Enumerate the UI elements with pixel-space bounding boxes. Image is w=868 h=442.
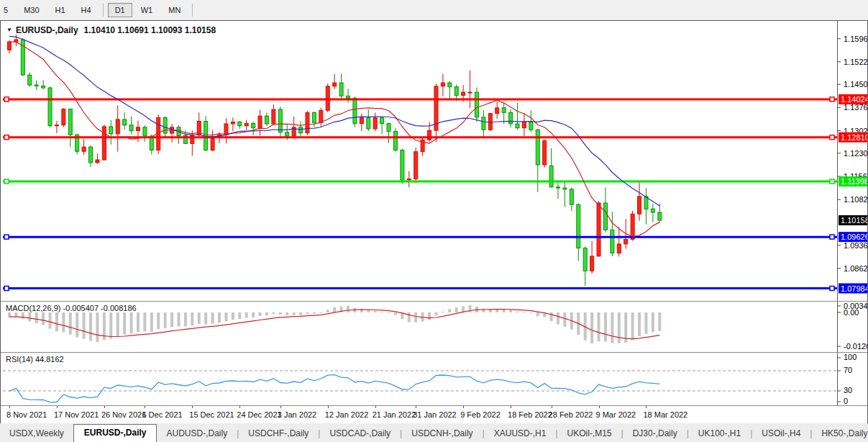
symbol-tab-usdx-weekly[interactable]: USDX,Weekly <box>0 425 73 442</box>
timeframe-button-m30[interactable]: M30 <box>17 3 46 17</box>
macd-histogram-bar <box>448 309 451 312</box>
price-axis-label: 1.15960 <box>844 35 867 43</box>
macd-axis-label: -0.012055 <box>844 342 867 351</box>
candle-body <box>516 124 519 128</box>
macd-histogram-bar <box>313 312 316 314</box>
symbol-tab-xauusd-h1[interactable]: XAUUSD-,H1 <box>485 425 556 442</box>
line-handle[interactable] <box>830 235 834 239</box>
trading-terminal: 5M30H1H4D1W1MN ▼EURUSD-,Daily1.10410 1.1… <box>0 0 868 442</box>
chart-window[interactable]: ▼EURUSD-,Daily1.10410 1.10691 1.10093 1.… <box>0 20 868 424</box>
macd-histogram-bar <box>516 312 519 312</box>
line-handle[interactable] <box>830 135 834 140</box>
macd-histogram-bar <box>380 312 383 312</box>
date-axis-label: 17 Nov 2021 <box>54 410 99 419</box>
line-handle[interactable] <box>830 179 834 184</box>
candle-body <box>14 40 18 42</box>
macd-histogram-bar <box>388 312 390 313</box>
candle-body <box>414 152 418 179</box>
line-handle[interactable] <box>4 287 9 291</box>
macd-histogram-bar <box>455 307 458 312</box>
candle-body <box>658 212 662 220</box>
candle-body <box>624 239 628 244</box>
symbol-tab-dj30-daily[interactable]: DJ30-,Daily <box>623 425 687 442</box>
symbol-tab-eurusd-daily[interactable]: EURUSD-,Daily <box>73 424 157 442</box>
line-handle[interactable] <box>4 135 9 140</box>
candle-body <box>62 109 65 125</box>
price-pane[interactable]: 1.159601.152201.145001.137601.130201.123… <box>1 21 867 301</box>
symbol-tab-uk100-h1[interactable]: UK100-,H1 <box>689 425 750 442</box>
line-handle[interactable] <box>4 235 9 239</box>
macd-histogram-bar <box>394 312 397 315</box>
symbol-tab-usdchf-daily[interactable]: USDCHF-,Daily <box>239 425 318 442</box>
candle-body <box>299 127 303 133</box>
toolbar-separator <box>192 4 193 17</box>
line-handle[interactable] <box>4 97 9 102</box>
candle-body <box>638 197 641 214</box>
macd-histogram-bar <box>28 312 31 322</box>
date-axis-label: 9 Feb 2022 <box>460 410 501 419</box>
candle-body <box>590 256 594 271</box>
rsi-axis-label: 70 <box>844 366 852 374</box>
symbol-tab-usoil-h4[interactable]: USOil-,H4 <box>752 425 810 442</box>
date-axis-label: 9 Mar 2022 <box>596 410 636 419</box>
price-chart-canvas[interactable]: 1.159601.152201.145001.137601.130201.123… <box>1 21 867 301</box>
macd-histogram-bar <box>611 312 613 343</box>
date-axis[interactable]: 8 Nov 202117 Nov 202126 Nov 20216 Dec 20… <box>1 405 867 423</box>
macd-histogram-bar <box>644 312 647 334</box>
macd-histogram-bar <box>22 312 24 319</box>
candle-body <box>109 127 113 134</box>
chart-title: ▼EURUSD-,Daily1.10410 1.10691 1.10093 1.… <box>6 25 216 35</box>
line-handle[interactable] <box>830 97 834 102</box>
macd-histogram-bar <box>265 312 268 315</box>
date-axis-label: 12 Jan 2022 <box>325 410 369 419</box>
date-tick <box>104 406 105 408</box>
candle-body <box>136 127 140 131</box>
timeframe-button-5[interactable]: 5 <box>0 3 15 17</box>
candle-body <box>563 188 567 189</box>
macd-pane[interactable]: MACD(12,26,9) -0.005407 -0.008186 0.0034… <box>1 301 867 353</box>
timeframe-button-mn[interactable]: MN <box>161 3 188 17</box>
symbol-tab-ukoil-m15[interactable]: UKOil-,M15 <box>558 425 621 442</box>
candle-body <box>42 86 45 88</box>
candle-body <box>543 140 547 164</box>
price-line-badge-label: 1.14024 <box>841 95 867 104</box>
macd-histogram-bar <box>536 312 539 316</box>
macd-histogram-bar <box>563 312 566 327</box>
macd-histogram-bar <box>333 307 336 312</box>
date-tick <box>416 406 416 408</box>
symbol-tab-hk50-daily[interactable]: HK50-,Daily <box>812 425 868 442</box>
candle-body <box>123 119 127 125</box>
symbol-tab-usdcnh-daily[interactable]: USDCNH-,Daily <box>402 425 482 442</box>
candle-body <box>245 124 248 126</box>
macd-histogram-bar <box>109 312 112 339</box>
timeframe-button-h4[interactable]: H4 <box>74 3 99 17</box>
macd-label: MACD(12,26,9) -0.005407 -0.008186 <box>6 304 137 312</box>
rsi-chart-canvas[interactable]: 10070300 <box>1 353 867 405</box>
candle-body <box>509 112 513 124</box>
candle-body <box>224 124 228 135</box>
symbol-dropdown-icon[interactable]: ▼ <box>6 27 12 33</box>
price-axis-label: 1.09360 <box>844 241 867 250</box>
candle-body <box>102 127 106 160</box>
macd-histogram-bar <box>62 312 65 332</box>
line-handle[interactable] <box>4 179 9 184</box>
candle-body <box>238 122 242 125</box>
candle-body <box>488 114 492 130</box>
symbol-tab-audusd-daily[interactable]: AUDUSD-,Daily <box>157 425 237 442</box>
macd-signal-line <box>9 310 659 339</box>
macd-histogram-bar <box>117 312 119 336</box>
rsi-pane[interactable]: RSI(14) 44.8162 10070300 <box>1 352 867 406</box>
date-axis-label: 21 Jan 2022 <box>373 410 416 419</box>
timeframe-button-w1[interactable]: W1 <box>134 3 160 17</box>
candle-body <box>522 122 526 127</box>
date-axis-label: 18 Mar 2022 <box>643 410 687 419</box>
macd-histogram-bar <box>83 312 86 339</box>
line-handle[interactable] <box>830 287 834 291</box>
symbol-tab-usdcad-daily[interactable]: USDCAD-,Daily <box>320 425 400 442</box>
timeframe-button-d1[interactable]: D1 <box>108 3 132 17</box>
macd-histogram-bar <box>35 312 38 323</box>
current-price-label: 1.10158 <box>841 216 867 225</box>
timeframe-button-h1[interactable]: H1 <box>48 3 73 17</box>
candle-body <box>482 117 485 130</box>
date-axis-label: 8 Nov 2021 <box>6 410 47 419</box>
